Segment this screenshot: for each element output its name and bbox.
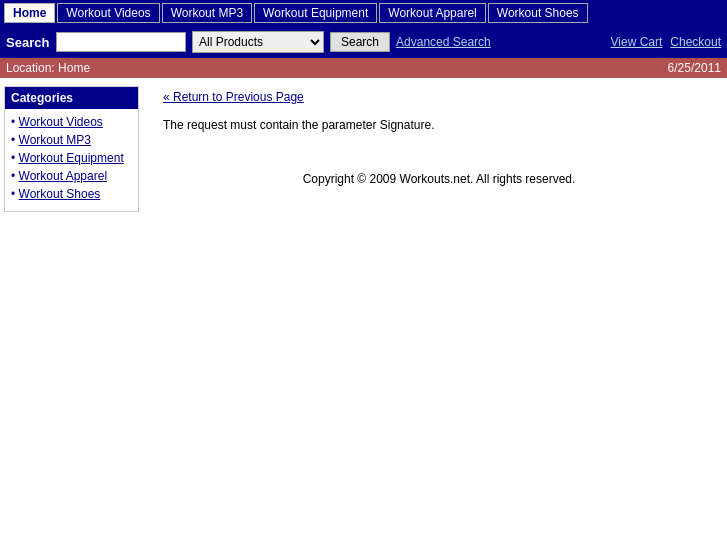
location-home: Home — [58, 61, 90, 75]
category-select[interactable]: All Products Workout Videos Workout MP3 … — [192, 31, 324, 53]
top-nav: Home Workout Videos Workout MP3 Workout … — [0, 0, 727, 26]
sidebar-item-shoes: Workout Shoes — [11, 187, 132, 201]
nav-tab-mp3[interactable]: Workout MP3 — [162, 3, 252, 23]
copyright-text: Copyright © 2009 Workouts.net. All right… — [163, 172, 715, 186]
view-cart-link[interactable]: View Cart — [611, 35, 663, 49]
nav-tab-videos[interactable]: Workout Videos — [57, 3, 159, 23]
top-right-links: View Cart Checkout — [611, 35, 722, 49]
nav-tab-apparel[interactable]: Workout Apparel — [379, 3, 486, 23]
sidebar-link-equipment[interactable]: Workout Equipment — [19, 151, 124, 165]
search-bar: Search All Products Workout Videos Worko… — [0, 26, 727, 58]
nav-tab-equipment[interactable]: Workout Equipment — [254, 3, 377, 23]
sidebar-item-mp3: Workout MP3 — [11, 133, 132, 147]
sidebar-link-shoes[interactable]: Workout Shoes — [19, 187, 101, 201]
nav-tab-home[interactable]: Home — [4, 3, 55, 23]
location-text: Location: Home — [6, 61, 90, 75]
checkout-link[interactable]: Checkout — [670, 35, 721, 49]
sidebar-title: Categories — [5, 87, 138, 109]
location-prefix: Location: — [6, 61, 55, 75]
date-text: 6/25/2011 — [668, 61, 721, 75]
nav-tab-shoes[interactable]: Workout Shoes — [488, 3, 588, 23]
sidebar-item-equipment: Workout Equipment — [11, 151, 132, 165]
sidebar: Categories Workout Videos Workout MP3 Wo… — [4, 86, 139, 212]
sidebar-item-apparel: Workout Apparel — [11, 169, 132, 183]
search-button[interactable]: Search — [330, 32, 390, 52]
main-layout: Categories Workout Videos Workout MP3 Wo… — [0, 78, 727, 220]
search-label: Search — [6, 35, 50, 50]
sidebar-list: Workout Videos Workout MP3 Workout Equip… — [5, 109, 138, 211]
sidebar-link-mp3[interactable]: Workout MP3 — [19, 133, 91, 147]
sidebar-item-videos: Workout Videos — [11, 115, 132, 129]
search-input[interactable] — [56, 32, 186, 52]
sidebar-link-videos[interactable]: Workout Videos — [19, 115, 103, 129]
location-bar: Location: Home 6/25/2011 — [0, 58, 727, 78]
error-message: The request must contain the parameter S… — [163, 118, 715, 132]
sidebar-link-apparel[interactable]: Workout Apparel — [19, 169, 108, 183]
return-link[interactable]: « Return to Previous Page — [163, 90, 715, 104]
advanced-search-link[interactable]: Advanced Search — [396, 35, 491, 49]
content-area: « Return to Previous Page The request mu… — [155, 86, 723, 190]
